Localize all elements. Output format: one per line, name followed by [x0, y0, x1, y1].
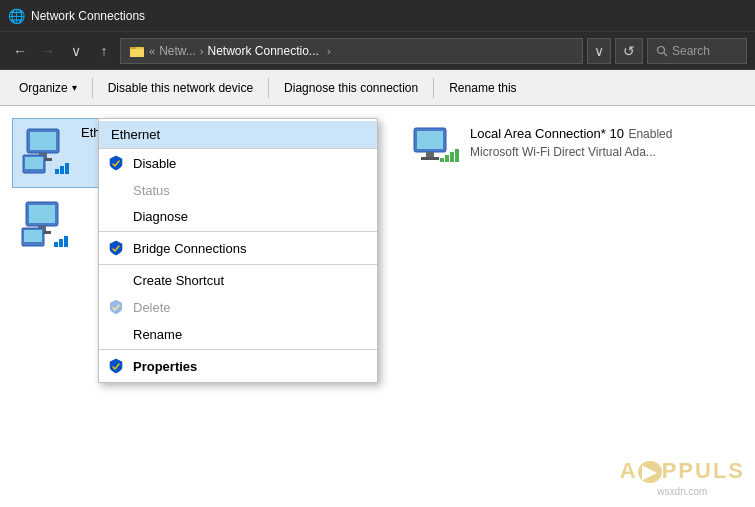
menu-diagnose-label: Diagnose [133, 209, 188, 224]
context-menu: Ethernet Disable Status Diagnose [98, 118, 378, 383]
menu-separator-1 [99, 231, 377, 232]
menu-properties-label: Properties [133, 359, 197, 374]
refresh-button[interactable]: ↺ [615, 38, 643, 64]
local-area-item[interactable]: Local Area Connection* 10 Enabled Micros… [400, 118, 700, 182]
menu-disable-label: Disable [133, 156, 176, 171]
menu-item-delete[interactable]: Delete [99, 293, 377, 321]
menu-shortcut-label: Create Shortcut [133, 273, 224, 288]
nav-dropdown-button[interactable]: ∨ [64, 39, 88, 63]
svg-rect-6 [30, 132, 56, 150]
svg-rect-29 [450, 152, 454, 162]
path-arrow: › [200, 45, 204, 57]
search-placeholder: Search [672, 44, 710, 58]
ethernet-icon-2 [20, 198, 72, 250]
svg-rect-12 [60, 166, 64, 174]
local-area-name: Local Area Connection* 10 [470, 126, 624, 141]
svg-rect-25 [426, 152, 434, 157]
shield-icon-properties [107, 357, 125, 375]
address-bar: ← → ∨ ↑ « Netw... › Network Connectio...… [0, 32, 755, 70]
context-menu-header: Ethernet [99, 121, 377, 149]
address-path[interactable]: « Netw... › Network Connectio... › [120, 38, 583, 64]
menu-item-disable[interactable]: Disable [99, 149, 377, 177]
svg-rect-27 [440, 158, 444, 162]
menu-separator-3 [99, 349, 377, 350]
svg-point-3 [658, 46, 665, 53]
svg-rect-21 [59, 239, 63, 247]
menu-separator-2 [99, 264, 377, 265]
title-bar: 🌐 Network Connections [0, 0, 755, 32]
path-part-1: Netw... [159, 44, 196, 58]
title-bar-text: Network Connections [31, 9, 145, 23]
menu-item-properties[interactable]: Properties [99, 352, 377, 380]
svg-rect-10 [25, 157, 43, 169]
menu-item-diagnose[interactable]: Diagnose [99, 203, 377, 229]
toolbar-separator-2 [268, 78, 269, 98]
menu-item-rename[interactable]: Rename [99, 321, 377, 347]
svg-rect-19 [24, 230, 42, 242]
menu-delete-label: Delete [133, 300, 171, 315]
nav-forward-button[interactable]: → [36, 39, 60, 63]
local-area-icon [408, 124, 460, 176]
svg-rect-11 [55, 169, 59, 174]
menu-item-status[interactable]: Status [99, 177, 377, 203]
nav-up-button[interactable]: ↑ [92, 39, 116, 63]
path-dropdown-button[interactable]: ∨ [587, 38, 611, 64]
diagnose-connection-button[interactable]: Diagnose this connection [273, 74, 429, 102]
disable-network-button[interactable]: Disable this network device [97, 74, 264, 102]
shield-icon-delete [107, 298, 125, 316]
main-content: Ethernet Ethernet [0, 106, 755, 507]
right-panel: Local Area Connection* 10 Enabled Micros… [400, 118, 700, 182]
path-separator: « [149, 45, 155, 57]
svg-rect-24 [417, 131, 443, 149]
toolbar-separator-1 [92, 78, 93, 98]
rename-button[interactable]: Rename this [438, 74, 527, 102]
menu-item-shortcut[interactable]: Create Shortcut [99, 267, 377, 293]
local-area-status: Enabled [628, 127, 672, 141]
svg-rect-13 [65, 163, 69, 174]
path-part-2: Network Connectio... [207, 44, 318, 58]
local-area-info: Local Area Connection* 10 Enabled Micros… [470, 124, 692, 160]
svg-rect-30 [455, 149, 459, 162]
shield-icon-disable [107, 154, 125, 172]
svg-line-4 [664, 53, 667, 56]
organize-button[interactable]: Organize ▾ [8, 74, 88, 102]
nav-back-button[interactable]: ← [8, 39, 32, 63]
watermark-url: wsxdn.com [620, 486, 745, 497]
svg-rect-26 [421, 157, 439, 160]
shield-icon-bridge [107, 239, 125, 257]
watermark-text: A [620, 458, 638, 483]
svg-rect-2 [130, 49, 144, 57]
svg-rect-15 [29, 205, 55, 223]
toolbar-separator-3 [433, 78, 434, 98]
ethernet-icon [21, 125, 73, 177]
svg-rect-28 [445, 155, 449, 162]
search-box[interactable]: Search [647, 38, 747, 64]
toolbar: Organize ▾ Disable this network device D… [0, 70, 755, 106]
menu-bridge-label: Bridge Connections [133, 241, 246, 256]
path-end-chevron: › [327, 45, 331, 57]
menu-status-label: Status [133, 183, 170, 198]
svg-rect-22 [64, 236, 68, 247]
folder-icon [129, 43, 145, 59]
local-area-desc: Microsoft Wi-Fi Direct Virtual Ada... [470, 145, 656, 159]
menu-item-bridge[interactable]: Bridge Connections [99, 234, 377, 262]
menu-rename-label: Rename [133, 327, 182, 342]
svg-rect-20 [54, 242, 58, 247]
watermark: A▶PPULS wsxdn.com [620, 458, 745, 497]
search-icon [656, 45, 668, 57]
title-bar-icon: 🌐 [8, 8, 25, 24]
